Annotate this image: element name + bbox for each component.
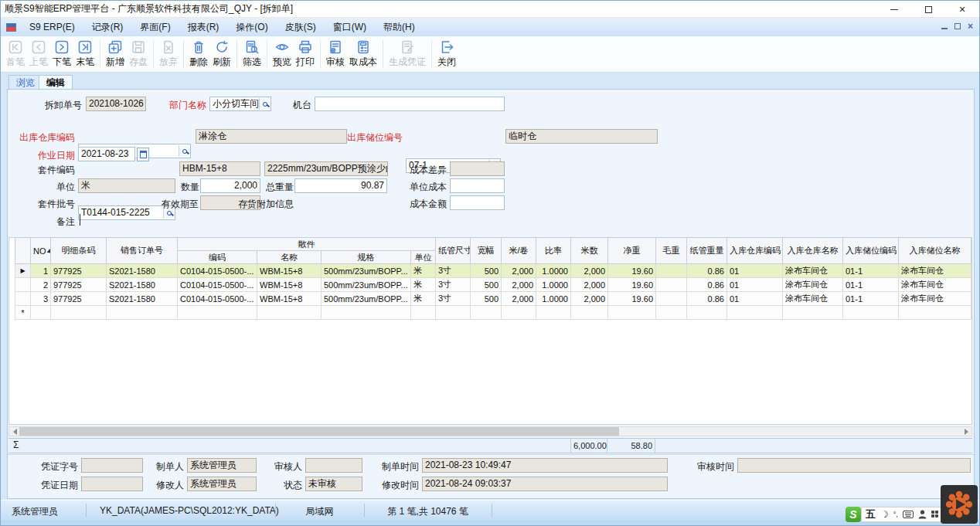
tab-edit[interactable]: 编辑 bbox=[39, 75, 73, 90]
close-button[interactable]: × bbox=[945, 1, 979, 18]
qty-field[interactable]: 2,000 bbox=[200, 178, 260, 193]
col-barcode[interactable]: 明细条码 bbox=[51, 238, 107, 264]
make-time-label: 制单时间 bbox=[379, 460, 419, 473]
cost-amount-label: 成本金额 bbox=[407, 198, 447, 210]
grid-new-row[interactable]: * bbox=[15, 306, 971, 320]
focused-cell[interactable]: 2,000 bbox=[571, 264, 608, 278]
col-tube-size[interactable]: 纸管尺寸 bbox=[436, 238, 471, 264]
status-network: 局域网 bbox=[275, 505, 364, 518]
save-button[interactable]: 存盘 bbox=[127, 38, 150, 70]
col-group-parts[interactable]: 散件 bbox=[178, 238, 436, 251]
print-button[interactable]: 打印 bbox=[294, 38, 317, 70]
machine-label: 机台 bbox=[290, 99, 311, 111]
col-so-no[interactable]: 销售订单号 bbox=[107, 238, 178, 264]
mdi-minimize-icon[interactable] bbox=[941, 28, 948, 29]
unit-cost-field[interactable] bbox=[450, 178, 505, 193]
prev-record-button[interactable]: 上笔 bbox=[27, 38, 50, 70]
menu-report[interactable]: 报表(R) bbox=[179, 19, 228, 35]
col-part-unit[interactable]: 单位 bbox=[411, 251, 436, 264]
refresh-button[interactable]: 刷新 bbox=[210, 38, 233, 70]
calendar-button[interactable] bbox=[137, 148, 149, 161]
kit-spec-field: 2225mm/23um/BOPP预涂少白点 bbox=[264, 161, 388, 176]
delete-button[interactable]: 删除 bbox=[187, 38, 210, 70]
maximize-button[interactable] bbox=[911, 1, 945, 18]
make-voucher-button[interactable]: 生成凭证 bbox=[386, 38, 428, 70]
inv-extra-label: 存货附加信息 bbox=[235, 198, 294, 210]
menu-window[interactable]: 窗口(W) bbox=[325, 19, 375, 35]
dept-field[interactable]: 小分切车间 bbox=[209, 97, 271, 111]
ime-menu-icon[interactable] bbox=[931, 511, 938, 518]
mdi-restore-icon[interactable] bbox=[954, 23, 961, 29]
menu-operate[interactable]: 操作(O) bbox=[227, 19, 276, 35]
next-record-icon bbox=[54, 39, 70, 55]
status-user: 系统管理员 bbox=[12, 505, 58, 518]
close-form-button[interactable]: 关闭 bbox=[435, 38, 458, 70]
tab-browse[interactable]: 浏览 bbox=[9, 75, 43, 90]
col-gross[interactable]: 毛重 bbox=[656, 238, 687, 264]
scroll-left-icon[interactable] bbox=[9, 427, 19, 436]
machine-field[interactable] bbox=[315, 97, 505, 111]
menu-s9erp[interactable]: S9 ERP(E) bbox=[21, 19, 83, 35]
get-cost-button[interactable]: 取成本 bbox=[347, 38, 379, 70]
total-weight-field[interactable]: 90.87 bbox=[294, 178, 387, 193]
col-no[interactable]: NO bbox=[31, 238, 51, 264]
kit-batch-label: 套件批号 bbox=[35, 198, 75, 210]
ime-mode-wubi[interactable]: 五 bbox=[866, 507, 876, 521]
mdi-controls: × bbox=[941, 22, 973, 30]
audit-button[interactable]: 审核 bbox=[324, 38, 347, 70]
mdi-close-icon[interactable]: × bbox=[968, 22, 973, 30]
half-full-moon-icon[interactable]: ☽ bbox=[880, 509, 889, 520]
filter-icon bbox=[244, 39, 260, 55]
row-marker-header[interactable] bbox=[15, 238, 31, 264]
col-part-spec[interactable]: 规格 bbox=[322, 251, 411, 264]
minimize-button[interactable] bbox=[877, 1, 911, 18]
doc-no-label: 拆卸单号 bbox=[24, 99, 82, 111]
make-time-field: 2021-08-23 10:49:47 bbox=[422, 458, 668, 473]
work-date-field[interactable]: 2021-08-23 bbox=[78, 147, 135, 161]
close-form-icon bbox=[439, 39, 454, 55]
col-width[interactable]: 宽幅 bbox=[471, 238, 502, 264]
col-in-loc-code[interactable]: 入库储位编码 bbox=[843, 238, 899, 264]
col-tube-weight[interactable]: 纸管重量 bbox=[687, 238, 727, 264]
filter-button[interactable]: 筛选 bbox=[240, 38, 264, 70]
grid-row-1[interactable]: ▶ 1 977925 S2021-1580 C0104-015-0500-...… bbox=[15, 264, 971, 278]
delete-icon bbox=[191, 39, 206, 55]
menu-skin[interactable]: 皮肤(S) bbox=[277, 19, 325, 35]
discard-button[interactable]: 放弃 bbox=[157, 38, 180, 70]
soft-keyboard-icon[interactable] bbox=[903, 511, 914, 518]
col-m-per-roll[interactable]: 米/卷 bbox=[502, 238, 536, 264]
preview-button[interactable]: 预览 bbox=[271, 38, 294, 70]
col-meters[interactable]: 米数 bbox=[571, 238, 608, 264]
scroll-right-icon[interactable] bbox=[961, 427, 971, 436]
unit-field: 米 bbox=[78, 178, 175, 193]
col-net[interactable]: 净重 bbox=[608, 238, 656, 264]
ime-logo-icon[interactable]: S bbox=[846, 507, 861, 522]
menu-help[interactable]: 帮助(H) bbox=[375, 19, 424, 35]
grid-row-2[interactable]: 2 977925 S2021-1580 C0104-015-0500-... W… bbox=[15, 278, 971, 292]
lookup-icon[interactable] bbox=[259, 98, 270, 110]
next-record-button[interactable]: 下笔 bbox=[50, 38, 73, 70]
last-record-button[interactable]: 末笔 bbox=[73, 38, 97, 70]
voucher-no-label: 凭证字号 bbox=[38, 460, 78, 473]
menu-record[interactable]: 记录(R) bbox=[83, 19, 132, 35]
user-profile-icon[interactable] bbox=[918, 510, 927, 519]
grid-row-3[interactable]: 3 977925 S2021-1580 C0104-015-0500-... W… bbox=[15, 292, 971, 306]
first-record-button[interactable]: 首笔 bbox=[4, 38, 27, 70]
shunjing-corner-logo[interactable] bbox=[941, 485, 978, 524]
col-ratio[interactable]: 比率 bbox=[536, 238, 571, 264]
col-in-wh-name[interactable]: 入库仓库名称 bbox=[783, 238, 843, 264]
horizontal-scrollbar[interactable] bbox=[9, 426, 972, 436]
cost-amount-field[interactable] bbox=[450, 195, 505, 210]
col-part-name[interactable]: 名称 bbox=[257, 251, 322, 264]
col-in-wh-code[interactable]: 入库仓库编码 bbox=[727, 238, 783, 264]
col-in-loc-name[interactable]: 入库储位名称 bbox=[899, 238, 971, 264]
scrollbar-thumb[interactable] bbox=[19, 427, 619, 436]
doc-no-field[interactable]: 202108-1026 bbox=[86, 97, 146, 111]
col-part-code[interactable]: 编码 bbox=[178, 251, 257, 264]
punctuation-icon[interactable]: °, bbox=[893, 511, 898, 518]
lookup-icon[interactable] bbox=[179, 145, 189, 157]
new-row-marker-icon[interactable]: * bbox=[15, 306, 31, 320]
add-button[interactable]: 新增 bbox=[104, 38, 127, 70]
current-row-marker-icon[interactable]: ▶ bbox=[15, 264, 31, 278]
menu-interface[interactable]: 界面(F) bbox=[131, 19, 179, 35]
